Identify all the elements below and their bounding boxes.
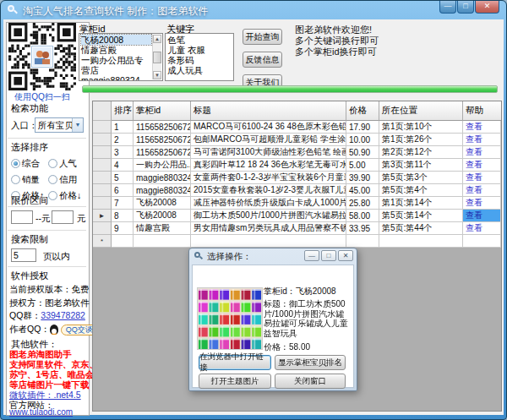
close-window-button[interactable]: 关闭窗口: [275, 374, 346, 389]
view-link[interactable]: 查看: [466, 121, 482, 133]
title-bar[interactable]: 淘宝人气排名查询软件 制作：图老弟软件 — □ ✕: [1, 1, 506, 19]
sort-option[interactable]: 综合: [11, 155, 48, 172]
qq-group-link[interactable]: 339478282: [41, 310, 85, 320]
sort-option[interactable]: 信用: [48, 172, 85, 188]
page-limit-input[interactable]: [11, 248, 36, 262]
view-link[interactable]: 查看: [466, 146, 482, 158]
promo-line: 苏宁、1号店、唯品会: [9, 369, 87, 379]
table-row[interactable]: 7飞杨20008减压神器特价纸质升级版白卡成人1000片拼图益...25.80第…: [93, 197, 501, 210]
view-link[interactable]: 查看: [466, 210, 482, 221]
site-url-link[interactable]: www.tulaodi.com: [9, 407, 73, 417]
header-title[interactable]: 标题: [191, 101, 346, 121]
cell-title: 减压神器特价纸质升级版白卡成人1000片拼图益...: [191, 197, 346, 210]
shopkeeper-item[interactable]: 一购办公用品专营店: [81, 55, 151, 75]
table-row[interactable]: 1115658250672MARCO马可6100-24 36 48色原木彩色铅笔…: [93, 121, 501, 134]
promo-line: 图老弟淘图助手: [9, 349, 87, 359]
radio-icon: [48, 159, 57, 168]
open-in-browser-button[interactable]: 在浏览器中打开链接: [199, 355, 271, 370]
keyword-item[interactable]: 色笔: [167, 35, 232, 45]
shopkeeper-listbox[interactable]: ▲ ▼ 飞杨20008情趣宫殿一购办公用品专营店maggie880324: [79, 33, 163, 81]
keyword-listbox[interactable]: 色笔儿童 衣服条形码成人玩具: [165, 33, 234, 81]
scroll-up-icon[interactable]: ▲: [153, 35, 161, 43]
keyword-item[interactable]: 儿童 衣服: [167, 45, 232, 55]
listbox-scrollbar[interactable]: ▲ ▼: [152, 35, 161, 79]
sort-option[interactable]: 销量: [11, 172, 48, 188]
price-min-input[interactable]: [11, 210, 33, 224]
qr-scan-link[interactable]: 使用QQ扫一扫: [8, 91, 76, 103]
cell-position: 第3页:第11个: [379, 159, 463, 172]
cell-position: 第1页:第10个: [379, 121, 463, 134]
cell-rank: 9: [112, 222, 134, 235]
keyword-item[interactable]: 条形码: [167, 55, 232, 65]
price-max-input[interactable]: [52, 210, 74, 224]
cell-shop-id: maggie880324: [134, 172, 191, 184]
table-row[interactable]: 3115658250672马可雷诺阿3100大师级油性彩色铅笔 绘画36色 ..…: [93, 146, 501, 159]
view-link[interactable]: 查看: [466, 159, 482, 171]
grid-header-row: 排序 掌柜id 标题 价格 所在位置 帮助: [93, 101, 501, 121]
table-row[interactable]: 2115658250672包邮MARCO马可超顺滑儿童彩铅 学生涂鸦彩色铅...…: [93, 134, 501, 146]
cell-title: 御工坊木质500片/1000片拼图汽水罐易拉罐可乐...: [191, 210, 346, 222]
welcome-line: 多个关键词换行即可: [295, 35, 379, 46]
cell-position: 第5页:第44个: [379, 222, 463, 235]
radio-icon: [48, 175, 57, 184]
cell-help: 查看: [463, 121, 501, 134]
view-link[interactable]: 查看: [466, 197, 482, 209]
table-row[interactable]: 9情趣宫殿男女用情趣sm另类玩具成人用品警察不锈钢合金...33.95第5页:第…: [93, 222, 501, 235]
chevron-down-icon[interactable]: ▼: [72, 118, 83, 132]
table-row[interactable]: 5maggie880324女童两件套0-1-2-3岁半宝宝秋装6个月童装儿童..…: [93, 172, 501, 184]
header-price[interactable]: 价格: [346, 101, 379, 121]
cell-shop-id: 115658250672: [134, 134, 191, 146]
open-main-image-button[interactable]: 打开主题图片: [199, 374, 271, 389]
maximize-button[interactable]: □: [457, 1, 474, 14]
view-link[interactable]: 查看: [466, 184, 482, 196]
cell-shop-id: 飞杨20008: [134, 210, 191, 222]
keyword-item[interactable]: 成人玩具: [167, 65, 232, 75]
dialog-maximize-button[interactable]: □: [321, 250, 336, 261]
entry-dropdown[interactable]: 所有宝贝 ▼: [35, 117, 84, 133]
cell-rank: 3: [112, 146, 134, 159]
start-query-button[interactable]: 开始查询: [243, 29, 282, 45]
table-row[interactable]: ►8飞杨20008御工坊木质500片/1000片拼图汽水罐易拉罐可乐...58.…: [93, 210, 501, 222]
view-link[interactable]: 查看: [466, 172, 482, 183]
cell-price: 5.00: [346, 159, 379, 172]
dialog-minimize-button[interactable]: —: [304, 250, 319, 261]
cell-title: 2015女童春秋套装0-1岁2-3婴儿衣服T儿童外套6...: [191, 184, 346, 197]
cell-position: 第1页:第26个: [379, 134, 463, 146]
entry-label: 入口：: [11, 120, 38, 132]
close-button[interactable]: ✕: [475, 1, 499, 14]
shopkeeper-item[interactable]: 飞杨20008: [81, 35, 151, 45]
cell-title: 包邮MARCO马可超顺滑儿童彩铅 学生涂鸦彩色铅...: [191, 134, 346, 146]
cell-help: 查看: [463, 159, 501, 172]
header-position[interactable]: 所在位置: [379, 101, 463, 121]
dialog-title: 选择操作：: [207, 251, 252, 263]
view-link[interactable]: 查看: [466, 222, 482, 234]
row-selector: [93, 159, 112, 172]
minimize-button[interactable]: —: [439, 1, 456, 14]
view-link[interactable]: 查看: [466, 134, 482, 145]
dialog-close-icon[interactable]: ✕: [338, 250, 353, 261]
product-thumbnail[interactable]: [197, 287, 263, 350]
dialog-title-bar[interactable]: 选择操作： — □ ✕: [189, 248, 357, 265]
qq-qr-code: [8, 23, 76, 90]
header-rank[interactable]: 排序: [112, 101, 134, 121]
sort-option[interactable]: 价格↓: [48, 188, 85, 204]
sort-option[interactable]: 人气: [48, 155, 85, 172]
table-row[interactable]: 4一购办公用品...真彩四叶草12 18 24 36色水彩笔无毒可水洗易...5…: [93, 159, 501, 172]
row-selector: [93, 197, 112, 210]
dialog-price: 价格：58.00: [264, 341, 310, 353]
cell-position: 第5页:第3个: [379, 172, 463, 184]
cell-empty: [112, 235, 134, 248]
header-help[interactable]: 帮助: [463, 101, 501, 121]
show-shop-rank-button[interactable]: 显示掌柜宝贝排名: [275, 355, 346, 370]
header-shop-id[interactable]: 掌柜id: [134, 101, 191, 121]
grid-corner-cell: [93, 101, 112, 121]
cell-rank: 2: [112, 134, 134, 146]
scroll-down-icon[interactable]: ▼: [153, 71, 161, 79]
shopkeeper-item[interactable]: 情趣宫殿: [81, 45, 151, 55]
table-row[interactable]: 6maggie8803242015女童春秋套装0-1岁2-3婴儿衣服T儿童外套6…: [93, 184, 501, 197]
promo-line: 支持阿里软件、京东、: [9, 359, 87, 369]
search-icon: [8, 5, 18, 15]
scroll-thumb[interactable]: [153, 52, 161, 63]
shopkeeper-item[interactable]: maggie880324: [81, 75, 151, 81]
feedback-button[interactable]: 反馈信息: [243, 52, 282, 68]
